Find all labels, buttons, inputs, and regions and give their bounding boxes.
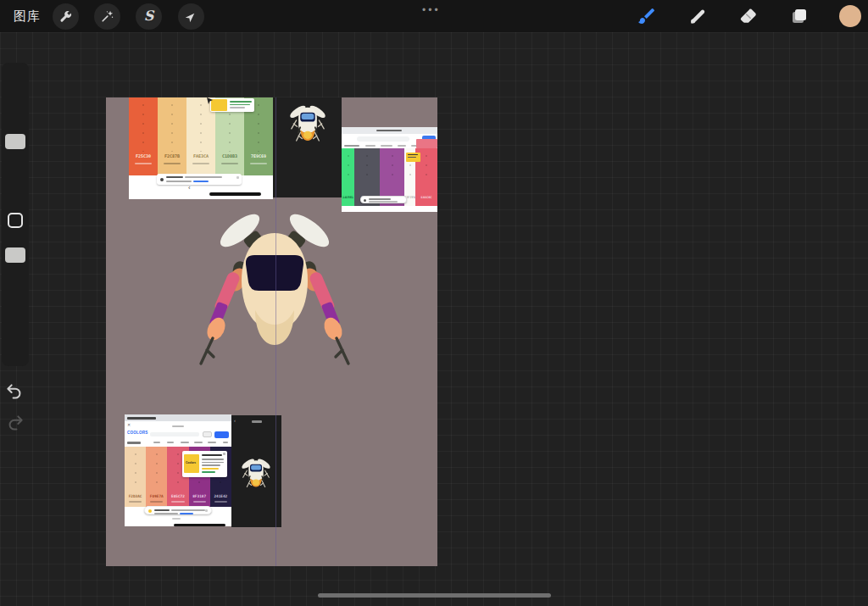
erase-tool-button[interactable] — [738, 6, 759, 26]
window-options-button[interactable]: ••• — [422, 4, 441, 16]
smudge-icon — [687, 6, 708, 26]
drawing-canvas[interactable]: F25C30 F2C87B FAE3CA C1D8B3 7E9C69 — [106, 97, 437, 566]
actions-button[interactable] — [53, 3, 79, 30]
redo-button[interactable] — [5, 414, 25, 433]
transform-arrow-icon — [184, 9, 198, 24]
undo-arrow-icon — [5, 382, 25, 402]
redo-arrow-icon — [5, 414, 25, 433]
brush-icon — [637, 6, 657, 26]
sidebar-slider-strip — [2, 63, 29, 366]
magic-wand-icon — [100, 9, 114, 24]
color-swatch-button[interactable] — [839, 5, 861, 27]
smudge-tool-button[interactable] — [687, 6, 708, 26]
selection-button[interactable]: S — [136, 3, 162, 30]
brush-opacity-slider[interactable] — [5, 247, 25, 263]
gallery-button[interactable]: 图库 — [14, 0, 41, 32]
paint-tool-button[interactable] — [637, 6, 657, 26]
home-indicator[interactable] — [318, 593, 551, 598]
undo-button[interactable] — [5, 382, 25, 402]
symmetry-guide-line — [275, 97, 276, 566]
eraser-icon — [738, 6, 759, 26]
layers-icon — [789, 6, 810, 26]
bee-illustration — [106, 97, 437, 566]
procreate-app: 图库 S ••• — [0, 0, 868, 606]
top-toolbar: 图库 S ••• — [0, 0, 868, 32]
adjustments-button[interactable] — [94, 3, 120, 30]
selection-s-icon: S — [144, 9, 154, 23]
modify-button[interactable] — [8, 213, 23, 228]
layers-button[interactable] — [789, 6, 810, 26]
wrench-icon — [58, 9, 73, 24]
brush-size-slider[interactable] — [5, 134, 25, 149]
transform-button[interactable] — [178, 3, 204, 30]
